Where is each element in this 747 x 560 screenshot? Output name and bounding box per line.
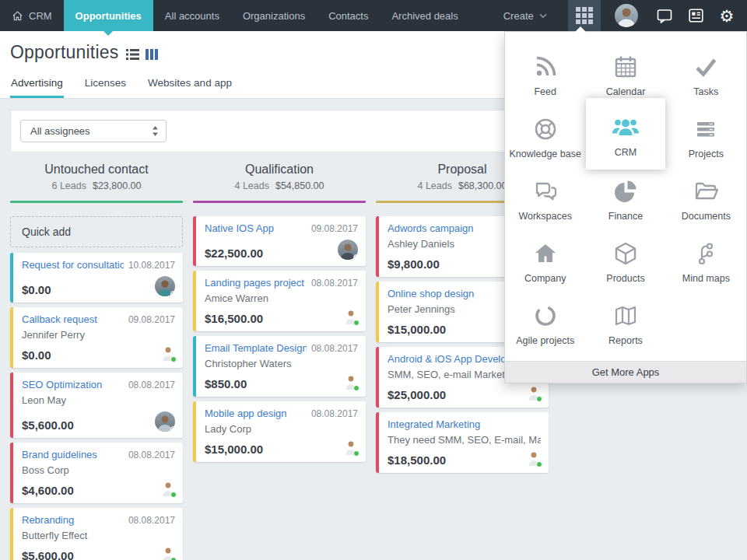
deal-title-link[interactable]: Integrated Marketing (388, 418, 480, 430)
nav-item-opportunities[interactable]: Opportunities (64, 0, 153, 31)
get-more-apps-link[interactable]: Get More Apps (505, 361, 746, 383)
app-tile-crm[interactable]: CRM (586, 98, 665, 170)
tab-advertising[interactable]: Advertising (10, 72, 64, 98)
assignee-avatar (161, 481, 175, 497)
nav-item-contacts[interactable]: Contacts (317, 0, 380, 31)
activity-log-button[interactable] (680, 0, 711, 31)
column-color-bar (193, 201, 366, 203)
app-tile-calendar[interactable]: Calendar (585, 44, 665, 107)
deal-date: 08.08.2017 (311, 408, 358, 419)
deal-title-link[interactable]: Callback request (22, 313, 97, 325)
projects-icon (693, 117, 718, 142)
assignee-avatar (344, 375, 358, 390)
app-tile-knowledge-base[interactable]: Knowledge base (505, 107, 585, 169)
deal-title-link[interactable]: Request for consultation (22, 259, 124, 271)
app-tile-company[interactable]: Company (505, 231, 585, 293)
products-cube-icon (613, 241, 638, 266)
deal-company: Amice Warren (205, 292, 358, 304)
deal-card[interactable]: Email Template Design08.08.2017 Christop… (193, 336, 366, 397)
deal-title-link[interactable]: Adwords campaign (388, 222, 474, 234)
nav-item-crm-home[interactable]: CRM (0, 0, 64, 31)
page-title: Opportunities (10, 42, 118, 63)
nav-item-organizations[interactable]: Organizations (231, 0, 317, 31)
deal-title-link[interactable]: Native IOS App (205, 222, 274, 234)
deal-card[interactable]: Request for consultation10.08.2017 $0.00 (10, 253, 183, 303)
deal-card[interactable]: Rebranding08.08.2017 Butterfly Effect $5… (10, 508, 183, 560)
settings-button[interactable]: ⚙ (711, 0, 742, 31)
user-avatar[interactable] (615, 4, 638, 27)
create-dropdown-button[interactable]: Create (492, 0, 559, 31)
deal-date: 08.08.2017 (311, 343, 358, 354)
app-tile-agile-projects[interactable]: Agile projects (505, 293, 585, 355)
navbar-right-group: ⚙ (568, 0, 747, 31)
list-view-icon[interactable] (126, 49, 139, 60)
apps-dropdown-panel: Feed Calendar Tasks Knowledge base CRM P… (504, 31, 747, 383)
deal-title-link[interactable]: Mobile app design (205, 408, 287, 419)
deal-card[interactable]: SEO Optimization08.08.2017 Leon May $5,6… (10, 373, 183, 438)
column-amount: $54,850.00 (275, 180, 324, 191)
deal-date: 10.08.2017 (128, 260, 175, 271)
deal-card[interactable]: Brand guidelines08.08.2017 Boss Corp $4,… (10, 443, 183, 503)
deal-date: 08.08.2017 (128, 515, 175, 526)
messenger-button[interactable] (649, 0, 680, 31)
app-tile-documents[interactable]: Documents (666, 169, 746, 231)
workspaces-chat-icon (533, 179, 558, 204)
deal-title-link[interactable]: Landing pages project (205, 277, 304, 289)
deal-title-link[interactable]: Brand guidelines (22, 449, 97, 460)
assignee-avatar (155, 411, 175, 432)
assignee-select[interactable]: All assignees (20, 120, 167, 142)
deal-date: 08.08.2017 (128, 450, 175, 460)
agile-circle-icon (533, 303, 558, 328)
deal-title-link[interactable]: Online shop design (388, 288, 474, 299)
company-home-icon (533, 241, 558, 266)
assignee-avatar (161, 547, 175, 560)
folder-icon (693, 179, 718, 204)
deal-date: 09.08.2017 (128, 314, 175, 325)
deal-card[interactable]: Mobile app design08.08.2017 Lady Corp $1… (193, 401, 366, 462)
deal-title-link[interactable]: SEO Optimization (22, 379, 102, 390)
top-navbar: CRM Opportunities All accounts Organizat… (0, 0, 747, 31)
deal-price: $5,600.00 (22, 418, 74, 432)
app-tile-workspaces[interactable]: Workspaces (505, 169, 585, 231)
app-tile-feed[interactable]: Feed (505, 44, 585, 107)
deal-price: $4,600.00 (22, 484, 74, 497)
nav-item-all-accounts[interactable]: All accounts (153, 0, 231, 31)
mind-maps-branch-icon (693, 241, 718, 266)
crm-people-icon (612, 117, 640, 140)
deal-price: $0.00 (22, 283, 51, 296)
nav-brand-label: CRM (29, 10, 52, 22)
deal-card[interactable]: Native IOS App09.08.2017 $22,500.00 (193, 216, 366, 266)
home-icon (12, 10, 23, 21)
gear-icon: ⚙ (720, 8, 735, 24)
deal-company: Boss Corp (22, 464, 175, 476)
column-leads-count: 6 Leads (51, 180, 86, 191)
app-tile-projects[interactable]: Projects (666, 107, 746, 169)
app-tile-products[interactable]: Products (585, 231, 665, 293)
app-tile-finance[interactable]: Finance (585, 169, 665, 231)
deal-company: Leon May (22, 394, 175, 406)
deal-price: $850.00 (205, 377, 247, 390)
kanban-view-icon[interactable] (146, 49, 158, 60)
quick-add-button[interactable]: Quick add (10, 216, 183, 247)
column-title: Untouched contact (10, 163, 183, 177)
deal-title-link[interactable]: Rebranding (22, 514, 74, 526)
deal-company: Butterfly Effect (22, 530, 175, 541)
app-tile-empty (666, 293, 746, 355)
nav-item-archived-deals[interactable]: Archived deals (380, 0, 469, 31)
tab-websites-and-app[interactable]: Websites and app (147, 72, 233, 98)
assignee-avatar (155, 276, 175, 296)
column-amount: $68,300.00 (458, 180, 507, 191)
tab-licenses[interactable]: Licenses (84, 72, 127, 98)
app-tile-reports[interactable]: Reports (585, 293, 665, 355)
deal-price: $15,000.00 (388, 323, 446, 336)
lifebuoy-icon (533, 117, 558, 142)
deal-price: $0.00 (22, 348, 51, 362)
deal-price: $25,000.00 (388, 388, 446, 401)
deal-card[interactable]: Integrated Marketing They need SMM, SEO,… (376, 412, 549, 473)
assignee-avatar (527, 451, 541, 467)
deal-card[interactable]: Callback request09.08.2017 Jennifer Perr… (10, 307, 183, 368)
deal-title-link[interactable]: Email Template Design (205, 342, 307, 354)
app-tile-tasks[interactable]: Tasks (666, 44, 746, 107)
app-tile-mind-maps[interactable]: Mind maps (666, 231, 746, 293)
deal-card[interactable]: Landing pages project08.08.2017 Amice Wa… (193, 271, 366, 331)
